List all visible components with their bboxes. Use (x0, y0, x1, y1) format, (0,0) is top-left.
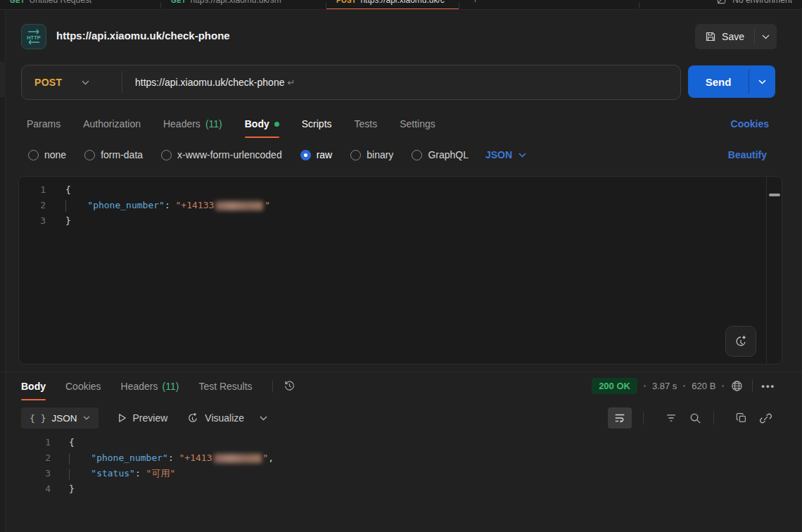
workspace-tab[interactable]: GET Untitled Request (0, 0, 160, 10)
app-window: GET Untitled Request GET https://api.xia… (0, 0, 802, 532)
url-box: POST https://api.xiaomu.uk/check-phone↵ (21, 65, 681, 100)
visualize-button[interactable]: Visualize (186, 412, 244, 425)
svg-text:HTTP: HTTP (27, 34, 41, 41)
save-label: Save (722, 31, 744, 42)
environment-selector[interactable]: No environment (716, 0, 792, 10)
response-history-button[interactable] (283, 379, 296, 393)
radio-none[interactable]: none (28, 149, 66, 160)
preview-button[interactable]: Preview (117, 412, 168, 424)
code-line: 4} (18, 481, 782, 497)
braces-icon: { } (30, 413, 46, 424)
code-content: { (59, 435, 75, 450)
send-button[interactable]: Send (688, 65, 749, 98)
response-format-dropdown[interactable]: { } JSON (21, 407, 98, 429)
request-body-code[interactable]: 1{2 "phone_number": "+14133"3} (19, 177, 766, 364)
radio-icon (300, 150, 311, 160)
format-label: JSON (485, 149, 512, 160)
url-input[interactable]: https://api.xiaomu.uk/check-phone↵ (122, 77, 680, 88)
code-content: "phone_number": "+1413", (59, 450, 274, 466)
enter-hint: ↵ (287, 77, 295, 88)
workspace-tab-active[interactable]: POST https://api.xiaomu.uk/c (326, 0, 459, 10)
radio-icon (84, 150, 95, 160)
workspace-tab-bar: GET Untitled Request GET https://api.xia… (0, 0, 802, 10)
new-tab-button[interactable]: + (473, 0, 478, 10)
radio-form-data[interactable]: form-data (84, 149, 143, 160)
format-label: JSON (51, 413, 77, 424)
link-icon (759, 412, 772, 425)
response-tab-headers[interactable]: Headers(11) (121, 372, 179, 400)
body-type-options: none form-data x-www-form-urlencoded raw… (0, 142, 802, 167)
radio-raw[interactable]: raw (300, 149, 333, 160)
radio-graphql[interactable]: GraphQL (412, 149, 469, 160)
radio-binary[interactable]: binary (350, 149, 393, 160)
code-line: 1{ (19, 182, 766, 198)
request-header: HTTP https://api.xiaomu.uk/check-phone S… (0, 10, 802, 63)
search-icon (689, 412, 702, 425)
sparkle-ai-icon (733, 334, 749, 349)
network-info-button[interactable] (730, 379, 744, 393)
divider (643, 412, 644, 424)
request-body-editor[interactable]: 1{2 "phone_number": "+14133"3} (18, 176, 782, 365)
headers-count: (11) (205, 118, 222, 129)
tab-scripts[interactable]: Scripts (302, 110, 332, 138)
divider (752, 379, 753, 392)
clock-history-icon (283, 379, 296, 393)
beautify-link[interactable]: Beautify (728, 142, 767, 167)
search-button[interactable] (689, 412, 702, 425)
visualize-options-button[interactable] (260, 416, 267, 421)
chevron-down-icon (260, 416, 267, 421)
cookies-link[interactable]: Cookies (731, 110, 769, 138)
workspace-tab[interactable]: GET https://api.xiaomu.uk/sm (161, 0, 326, 10)
chevron-down-icon (758, 80, 766, 84)
chevron-down-icon (82, 80, 89, 85)
visualize-magic-icon (186, 412, 199, 425)
filter-button[interactable] (665, 412, 677, 424)
tab-settings[interactable]: Settings (400, 110, 435, 138)
status-badge: 200 OK (592, 378, 637, 394)
response-toolbar-right (608, 405, 772, 431)
wrap-text-button[interactable] (608, 407, 632, 429)
link-button[interactable] (759, 412, 772, 425)
tab-body[interactable]: Body (245, 110, 279, 138)
copy-button[interactable] (735, 412, 748, 424)
line-number: 3 (18, 466, 59, 481)
more-options-button[interactable]: ••• (761, 381, 775, 391)
response-tab-test-results[interactable]: Test Results (198, 372, 252, 400)
postbot-button[interactable] (725, 326, 756, 357)
code-content: } (56, 213, 71, 229)
response-body-viewer: 1{2 "phone_number": "+1413",3 "status": … (18, 435, 782, 497)
format-dropdown[interactable]: JSON (485, 149, 526, 160)
tab-title: Untitled Request (29, 0, 91, 5)
save-options-button[interactable] (755, 24, 777, 49)
editor-scrollbar-track[interactable] (766, 177, 782, 364)
chevron-down-icon (518, 153, 526, 158)
tab-authorization[interactable]: Authorization (83, 110, 141, 138)
response-tab-cookies[interactable]: Cookies (65, 372, 101, 400)
chevron-down-icon (762, 34, 770, 39)
response-time: 3.87 s (652, 381, 677, 391)
http-request-icon: HTTP (21, 24, 46, 49)
save-button[interactable]: Save (695, 24, 754, 49)
tab-method-badge: GET (171, 0, 186, 4)
code-content: } (59, 481, 75, 497)
tab-headers[interactable]: Headers(11) (163, 110, 222, 138)
line-number: 1 (19, 182, 56, 198)
response-tab-body[interactable]: Body (21, 372, 46, 400)
divider (713, 412, 714, 424)
request-tabs: Params Authorization Headers(11) Body Sc… (0, 110, 802, 138)
play-icon (117, 412, 127, 424)
dot-separator (722, 385, 724, 387)
send-options-button[interactable] (749, 65, 775, 98)
tab-params[interactable]: Params (27, 110, 61, 138)
line-number: 4 (18, 481, 59, 497)
response-body-code: 1{2 "phone_number": "+1413",3 "status": … (18, 435, 782, 497)
chevron-down-icon (83, 416, 90, 420)
radio-x-www-form-urlencoded[interactable]: x-www-form-urlencoded (161, 149, 282, 160)
code-line: 3} (19, 213, 766, 229)
editor-scrollbar-thumb[interactable] (769, 194, 780, 196)
request-title: https://api.xiaomu.uk/check-phone (56, 30, 230, 42)
wrap-text-icon (613, 412, 626, 424)
code-line: 2 "phone_number": "+1413", (18, 450, 782, 466)
tab-tests[interactable]: Tests (355, 110, 378, 138)
method-dropdown[interactable]: POST (22, 77, 122, 88)
